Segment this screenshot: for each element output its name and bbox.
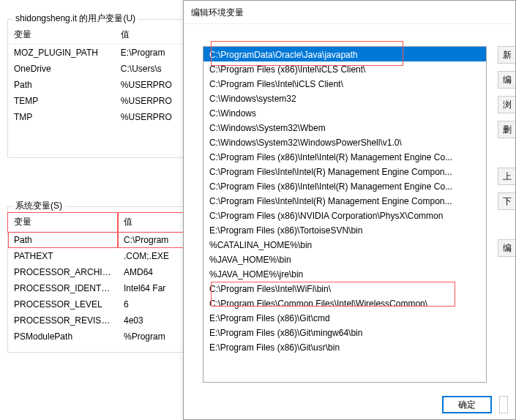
system-variables-title: 系统变量(S)	[12, 200, 65, 212]
val-cell: 6	[118, 296, 186, 312]
edit-env-var-dialog: 编辑环境变量 C:\ProgramData\Oracle\Java\javapa…	[183, 0, 516, 420]
var-cell: PSModulePath	[8, 329, 118, 345]
user-variables-group: shidongsheng.it 的用户变量(U) 变量 值 MOZ_PLUGIN…	[7, 19, 187, 158]
path-entry-item[interactable]: C:\Program Files\Common Files\Intel\Wire…	[203, 296, 486, 310]
dialog-body: C:\ProgramData\Oracle\Java\javapathC:\Pr…	[184, 24, 515, 419]
var-cell: PATHEXT	[8, 248, 118, 264]
path-entry-item[interactable]: C:\Program Files (x86)\Intel\Intel(R) Ma…	[203, 149, 486, 164]
val-cell: AMD64	[118, 264, 186, 280]
path-entry-item[interactable]: C:\Program Files (x86)\NVIDIA Corporatio…	[203, 208, 486, 222]
val-cell: 4e03	[118, 312, 186, 329]
table-row[interactable]: PATHEXT.COM;.EXE	[8, 248, 186, 264]
side-button-column: 新 编 浏览 删 上 下 编辑	[498, 46, 515, 257]
var-cell: PROCESSOR_ARCHITECT...	[8, 264, 118, 280]
var-cell: PROCESSOR_REVISION	[8, 312, 118, 329]
path-entry-item[interactable]: C:\Program Files (x86)\Intel\Intel(R) Ma…	[203, 179, 486, 193]
table-row[interactable]: PathC:\Program	[8, 232, 186, 249]
table-row[interactable]: PSModulePath%Program	[8, 329, 186, 345]
move-up-button[interactable]: 上	[498, 168, 515, 185]
val-cell: %Program	[118, 329, 186, 345]
table-row[interactable]: TEMP%USERPRO	[8, 93, 186, 109]
val-cell: %USERPRO	[115, 77, 186, 93]
system-variables-group: 系统变量(S) 变量 值 PathC:\ProgramPATHEXT.COM;.…	[7, 206, 187, 353]
table-row[interactable]: Path%USERPRO	[8, 77, 186, 93]
edit-button[interactable]: 编	[498, 71, 515, 89]
table-row[interactable]: PROCESSOR_IDENTIFIERIntel64 Far	[8, 280, 186, 296]
move-down-button[interactable]: 下	[498, 192, 515, 210]
path-entry-item[interactable]: C:\Program Files\Intel\Intel(R) Manageme…	[203, 164, 486, 179]
val-cell: E:\Program	[115, 45, 186, 61]
col-header-value[interactable]: 值	[115, 26, 186, 45]
dialog-bottom-bar: 确定	[442, 396, 508, 413]
path-entry-item[interactable]: %JAVA_HOME%\bin	[203, 252, 486, 266]
system-variables-table[interactable]: 变量 值 PathC:\ProgramPATHEXT.COM;.EXEPROCE…	[8, 213, 186, 345]
user-variables-table[interactable]: 变量 值 MOZ_PLUGIN_PATHE:\ProgramOneDriveC:…	[8, 26, 186, 125]
path-entry-item[interactable]: E:\Program Files (x86)\Git\usr\bin	[203, 340, 486, 354]
var-cell: MOZ_PLUGIN_PATH	[8, 45, 115, 61]
var-cell: OneDrive	[8, 61, 115, 77]
cancel-button-partial[interactable]	[499, 396, 508, 413]
col-header-variable[interactable]: 变量	[8, 26, 115, 45]
val-cell: %USERPRO	[115, 93, 186, 109]
val-cell: Intel64 Far	[118, 280, 186, 296]
ok-button[interactable]: 确定	[442, 396, 492, 413]
path-entry-item[interactable]: C:\Program Files\Intel\WiFi\bin\	[203, 281, 486, 296]
path-entry-item[interactable]: %JAVA_HOME%\jre\bin	[203, 266, 486, 281]
path-entry-item[interactable]: E:\Program Files (x86)\Git\mingw64\bin	[203, 325, 486, 340]
table-row[interactable]: OneDriveC:\Users\s	[8, 61, 186, 77]
path-entry-item[interactable]: E:\Program Files (x86)\TortoiseSVN\bin	[203, 222, 486, 237]
path-entry-item[interactable]: C:\Program Files\Intel\iCLS Client\	[203, 76, 486, 91]
var-cell: Path	[8, 77, 115, 93]
col-header-variable[interactable]: 变量	[8, 213, 118, 232]
path-entry-item[interactable]: C:\Windows\System32\WindowsPowerShell\v1…	[203, 135, 486, 149]
table-row[interactable]: TMP%USERPRO	[8, 109, 186, 125]
path-entry-item[interactable]: C:\Program Files (x86)\Intel\iCLS Client…	[203, 61, 486, 76]
table-row[interactable]: MOZ_PLUGIN_PATHE:\Program	[8, 45, 186, 61]
path-entry-item[interactable]: E:\Program Files (x86)\Git\cmd	[203, 310, 486, 325]
path-entry-item[interactable]: C:\ProgramData\Oracle\Java\javapath	[203, 47, 486, 61]
edit-text-button[interactable]: 编辑	[498, 239, 515, 257]
path-entry-item[interactable]: C:\Windows\system32	[203, 91, 486, 105]
val-cell: C:\Users\s	[115, 61, 186, 77]
table-row[interactable]: PROCESSOR_REVISION4e03	[8, 312, 186, 329]
var-cell: TMP	[8, 109, 115, 125]
val-cell: C:\Program	[118, 232, 186, 249]
val-cell: .COM;.EXE	[118, 248, 186, 264]
delete-button[interactable]: 删	[498, 121, 515, 138]
path-entry-item[interactable]: C:\Program Files\Intel\Intel(R) Manageme…	[203, 193, 486, 208]
var-cell: PROCESSOR_LEVEL	[8, 296, 118, 312]
var-cell: TEMP	[8, 93, 115, 109]
val-cell: %USERPRO	[115, 109, 186, 125]
path-entry-item[interactable]: %CATALINA_HOME%\bin	[203, 237, 486, 252]
path-entry-item[interactable]: C:\Windows\System32\Wbem	[203, 120, 486, 135]
path-entry-item[interactable]: C:\Windows	[203, 105, 486, 120]
new-button[interactable]: 新	[498, 46, 515, 64]
user-variables-title: shidongsheng.it 的用户变量(U)	[12, 12, 138, 25]
path-entries-listbox[interactable]: C:\ProgramData\Oracle\Java\javapathC:\Pr…	[203, 46, 487, 383]
dialog-title: 编辑环境变量	[184, 1, 515, 24]
var-cell: Path	[8, 232, 118, 249]
var-cell: PROCESSOR_IDENTIFIER	[8, 280, 118, 296]
env-vars-window: shidongsheng.it 的用户变量(U) 变量 值 MOZ_PLUGIN…	[0, 0, 194, 420]
table-row[interactable]: PROCESSOR_LEVEL6	[8, 296, 186, 312]
table-row[interactable]: PROCESSOR_ARCHITECT...AMD64	[8, 264, 186, 280]
col-header-value[interactable]: 值	[118, 213, 186, 232]
browse-button[interactable]: 浏览	[498, 96, 515, 113]
